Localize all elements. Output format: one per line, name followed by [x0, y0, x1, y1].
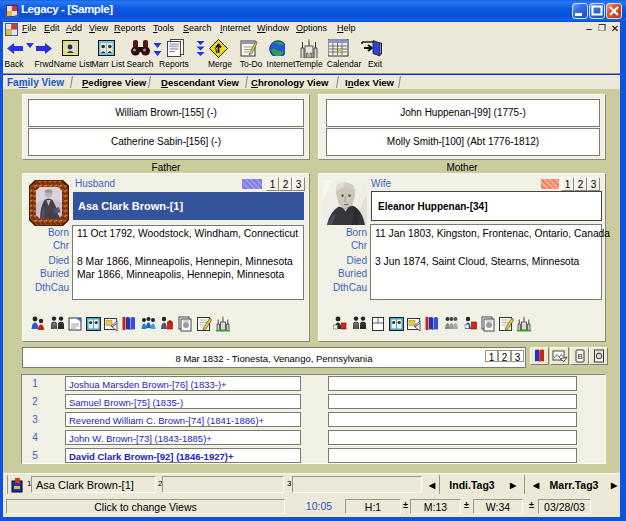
svg-text:B: B — [577, 352, 582, 361]
